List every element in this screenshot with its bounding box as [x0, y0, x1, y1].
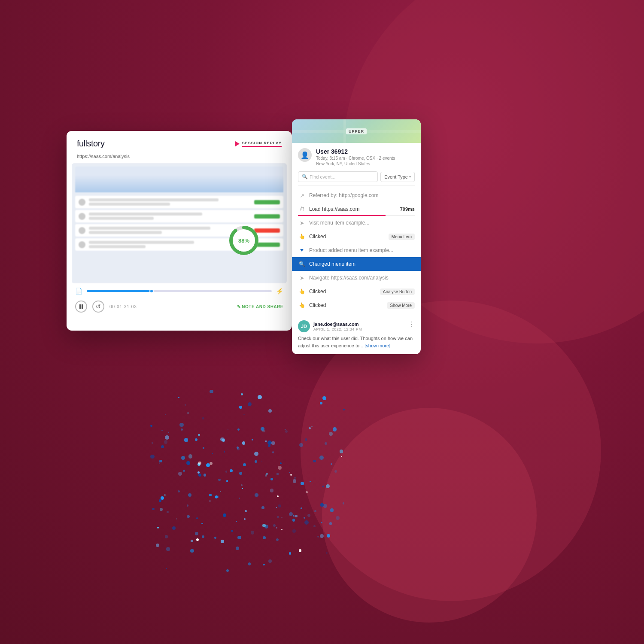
show-more-tag: Show More [387, 302, 415, 309]
click-icon-1: 👆 [298, 233, 306, 240]
fullstory-logo: fullstory [77, 139, 104, 149]
comment-header: JD jane.doe@saas.com APRIL 1, 2022, 12:3… [298, 320, 415, 332]
navigate-icon-1: ➤ [298, 219, 306, 227]
timeline-bar[interactable] [87, 290, 272, 292]
event-product-text: Product added menu item example... [309, 247, 415, 253]
event-load[interactable]: ⏱ Load https://saas.com 709ms [292, 202, 421, 216]
search-mag-icon: 🔍 [302, 174, 308, 179]
event-navigate[interactable]: ➤ Navigate https://saas.com/analysis [292, 271, 421, 285]
event-analyse-label: Clicked [309, 289, 377, 295]
card-url: https://saas.com/analysis [67, 154, 292, 163]
search-active-icon: 🔍 [298, 260, 306, 268]
comment-date: APRIL 1, 2022, 12:34 PM [313, 327, 362, 331]
comment-avatar: JD [298, 320, 310, 332]
session-replay-card: fullstory SESSION REPLAY https://saas.co… [67, 131, 292, 331]
card-header: fullstory SESSION REPLAY [67, 131, 292, 154]
card-content-area: 88% [72, 163, 287, 283]
event-load-text: Load https://saas.com [309, 206, 397, 212]
card-controls: ↺ 00:01 31:03 ✎ NOTE AND SHARE [67, 299, 292, 317]
user-details: User 36912 Today, 8:15 am · Chrome, OSX … [316, 148, 415, 166]
load-icon: ⏱ [298, 205, 306, 213]
comment-body: Check our what this user did. Thoughts o… [298, 335, 415, 349]
search-row: 🔍 Find event... Event Type ▾ [292, 170, 421, 185]
event-panel: UPPER 👤 User 36912 Today, 8:15 am · Chro… [292, 119, 421, 354]
user-info-section: 👤 User 36912 Today, 8:15 am · Chrome, OS… [292, 143, 421, 170]
menu-item-tag: Menu Item [389, 234, 415, 240]
blur-row-2 [75, 210, 283, 222]
pause-button[interactable] [75, 301, 87, 313]
event-product-added[interactable]: Product added menu item example... [292, 243, 421, 257]
event-type-label: Event Type [384, 174, 408, 179]
click-icon-3: 👆 [298, 301, 306, 309]
file-icon: 📄 [75, 288, 82, 295]
comment-user-info: jane.doe@saas.com APRIL 1, 2022, 12:34 P… [313, 322, 362, 331]
comment-user-row: JD jane.doe@saas.com APRIL 1, 2022, 12:3… [298, 320, 362, 332]
chevron-down-icon: ▾ [409, 175, 411, 179]
search-placeholder: Find event... [310, 174, 336, 179]
comment-text: Check our what this user did. Thoughts o… [298, 336, 413, 348]
event-clicked-showmore[interactable]: 👆 Clicked Show More [292, 298, 421, 312]
event-showmore-label: Clicked [309, 302, 383, 308]
svg-text:88%: 88% [238, 237, 249, 244]
bg-decoration-3 [322, 408, 537, 623]
thunder-icon: ⚡ [276, 288, 283, 295]
avatar-initials: JD [301, 324, 307, 329]
note-share-button[interactable]: ✎ NOTE AND SHARE [237, 304, 283, 309]
event-clicked-label: Clicked [309, 234, 385, 240]
show-more-link[interactable]: [show more] [365, 343, 390, 348]
session-replay-label: SESSION REPLAY [242, 141, 282, 147]
event-visit-text: Visit menu item example... [309, 220, 415, 226]
event-navigate-text: Navigate https://saas.com/analysis [309, 275, 415, 281]
circle-chart: 88% [227, 223, 261, 258]
ref-icon: ↗ [298, 191, 306, 199]
time-display: 00:01 31:03 [109, 304, 137, 309]
event-clicked-analyse[interactable]: 👆 Clicked Analyse Button [292, 285, 421, 298]
map-header: UPPER [292, 119, 421, 143]
event-changed-menu[interactable]: 🔍 Changed menu item [292, 257, 421, 271]
event-changed-text: Changed menu item [309, 261, 415, 267]
event-search-input[interactable]: 🔍 Find event... [298, 171, 378, 182]
map-label: UPPER [346, 128, 367, 134]
event-referred[interactable]: ↗ Referred by: http://google.com [292, 188, 421, 202]
user-meta-line2: New York, NY, United States [316, 161, 415, 166]
click-icon-2: 👆 [298, 288, 306, 295]
event-referred-text: Referred by: http://google.com [309, 192, 415, 198]
navigate-icon-2: ➤ [298, 274, 306, 282]
card-timeline: 📄 ⚡ [67, 283, 292, 299]
replay-button[interactable]: ↺ [92, 301, 104, 313]
events-list: ↗ Referred by: http://google.com ⏱ Load … [292, 186, 421, 315]
session-replay-badge: SESSION REPLAY [235, 141, 282, 147]
user-meta-line1: Today, 8:15 am · Chrome, OSX · 2 events [316, 156, 415, 161]
user-avatar: 👤 [298, 148, 312, 162]
user-name: User 36912 [316, 148, 415, 155]
event-visit[interactable]: ➤ Visit menu item example... [292, 216, 421, 230]
event-load-duration: 709ms [400, 207, 415, 212]
comment-menu-button[interactable]: ⋮ [408, 320, 415, 328]
comment-email: jane.doe@saas.com [313, 322, 362, 327]
play-icon [235, 141, 240, 146]
avatar-icon: 👤 [301, 151, 309, 159]
event-clicked-menu[interactable]: 👆 Clicked Menu Item [292, 230, 421, 243]
analyse-button-tag: Analyse Button [380, 289, 415, 295]
blur-row-1 [75, 196, 283, 208]
comment-section: JD jane.doe@saas.com APRIL 1, 2022, 12:3… [292, 315, 421, 354]
event-type-dropdown[interactable]: Event Type ▾ [380, 172, 415, 182]
expand-icon [298, 246, 306, 254]
